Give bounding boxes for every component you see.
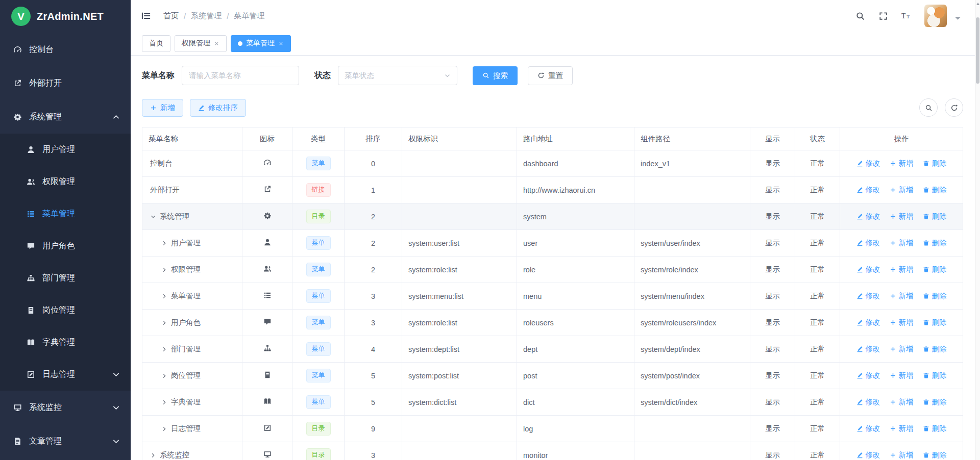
sidebar-subitem[interactable]: 日志管理 <box>0 359 131 391</box>
edit-link[interactable]: 修改 <box>856 344 880 354</box>
search-button[interactable]: 搜索 <box>473 66 518 85</box>
delete-link[interactable]: 删除 <box>923 344 947 354</box>
add-link[interactable]: 新增 <box>890 238 914 248</box>
cell-type: 菜单 <box>292 257 345 283</box>
add-link[interactable]: 新增 <box>890 291 914 301</box>
edit-link[interactable]: 修改 <box>856 185 880 195</box>
sidebar-item[interactable]: 外部打开 <box>0 66 131 100</box>
sidebar-subitem[interactable]: 岗位管理 <box>0 294 131 326</box>
add-link[interactable]: 新增 <box>890 397 914 407</box>
add-link[interactable]: 新增 <box>890 424 914 433</box>
edit-link[interactable]: 修改 <box>856 450 880 460</box>
table-row[interactable]: 控制台菜单0dashboardindex_v1显示正常修改新增删除 <box>142 150 963 177</box>
delete-link[interactable]: 删除 <box>923 212 947 221</box>
breadcrumb-item[interactable]: 首页 <box>163 11 179 21</box>
add-link[interactable]: 新增 <box>890 159 914 168</box>
edit-link[interactable]: 修改 <box>856 212 880 221</box>
close-tab-icon[interactable] <box>214 41 219 46</box>
scrollbar-up-arrow[interactable] <box>976 3 979 5</box>
sidebar-subitem[interactable]: 菜单管理 <box>0 198 131 230</box>
tab-0[interactable]: 首页 <box>142 35 170 52</box>
sidebar-subitem[interactable]: 字典管理 <box>0 326 131 359</box>
sidebar-subitem[interactable]: 部门管理 <box>0 262 131 294</box>
edit-link[interactable]: 修改 <box>856 318 880 327</box>
delete-link[interactable]: 删除 <box>923 397 947 407</box>
delete-link[interactable]: 删除 <box>923 291 947 301</box>
table-row[interactable]: 日志管理目录9log显示正常修改新增删除 <box>142 416 963 442</box>
refresh-table-button[interactable] <box>945 98 963 117</box>
expand-row-icon[interactable] <box>161 373 167 379</box>
table-row[interactable]: 菜单管理菜单3system:menu:listmenusystem/menu/i… <box>142 283 963 310</box>
collapse-row-icon[interactable] <box>150 214 156 220</box>
add-link[interactable]: 新增 <box>890 265 914 274</box>
add-link[interactable]: 新增 <box>890 344 914 354</box>
cell-sort: 4 <box>345 336 402 363</box>
font-size-icon[interactable]: TT <box>901 11 911 21</box>
table-row[interactable]: 字典管理菜单5system:dict:listdictsystem/dict/i… <box>142 389 963 416</box>
caret-down-icon[interactable] <box>953 13 963 23</box>
app-logo[interactable]: V ZrAdmin.NET <box>0 0 131 33</box>
edit-link[interactable]: 修改 <box>856 424 880 433</box>
delete-link[interactable]: 删除 <box>923 450 947 460</box>
sidebar-subitem[interactable]: 权限管理 <box>0 166 131 198</box>
tab-active[interactable]: 菜单管理 <box>231 35 291 52</box>
table-row[interactable]: 用户管理菜单2system:user:listusersystem/user/i… <box>142 230 963 257</box>
sidebar-item[interactable]: 系统管理 <box>0 100 131 134</box>
avatar[interactable] <box>924 5 947 27</box>
delete-link[interactable]: 删除 <box>923 185 947 195</box>
status-select[interactable]: 菜单状态 <box>338 66 457 85</box>
sidebar-item[interactable]: 文章管理 <box>0 424 131 458</box>
cell-name: 部门管理 <box>142 336 242 363</box>
table-row[interactable]: 外部打开链接1http://www.izhaorui.cn显示正常修改新增删除 <box>142 177 963 203</box>
collapse-sidebar-icon[interactable] <box>141 11 151 21</box>
table-row[interactable]: 岗位管理菜单5system:post:listpostsystem/post/i… <box>142 363 963 389</box>
delete-link[interactable]: 删除 <box>923 424 947 433</box>
close-tab-icon[interactable] <box>278 41 284 46</box>
expand-row-icon[interactable] <box>161 426 167 432</box>
delete-link[interactable]: 删除 <box>923 371 947 380</box>
edit-link[interactable]: 修改 <box>856 238 880 248</box>
edit-link[interactable]: 修改 <box>856 397 880 407</box>
add-link[interactable]: 新增 <box>890 185 914 195</box>
scrollbar-thumb[interactable] <box>976 17 979 84</box>
breadcrumb-item[interactable]: 系统管理 <box>191 11 222 21</box>
expand-row-icon[interactable] <box>161 346 167 352</box>
add-button[interactable]: 新增 <box>142 99 183 117</box>
delete-link[interactable]: 删除 <box>923 318 947 327</box>
search-icon[interactable] <box>855 11 865 21</box>
table-row[interactable]: 系统管理目录2system显示正常修改新增删除 <box>142 203 963 230</box>
tab-1[interactable]: 权限管理 <box>175 35 227 52</box>
expand-row-icon[interactable] <box>161 399 167 405</box>
expand-row-icon[interactable] <box>161 320 167 326</box>
edit-link[interactable]: 修改 <box>856 371 880 380</box>
toggle-search-button[interactable] <box>919 98 938 117</box>
add-link[interactable]: 新增 <box>890 450 914 460</box>
sidebar-item-label: 部门管理 <box>42 273 75 284</box>
delete-link[interactable]: 删除 <box>923 159 947 168</box>
edit-link[interactable]: 修改 <box>856 291 880 301</box>
add-link[interactable]: 新增 <box>890 212 914 221</box>
table-row[interactable]: 部门管理菜单4system:dept:listdeptsystem/dept/i… <box>142 336 963 363</box>
table-row[interactable]: 权限管理菜单2system:role:listrolesystem/role/i… <box>142 257 963 283</box>
delete-link[interactable]: 删除 <box>923 238 947 248</box>
vertical-scrollbar[interactable] <box>975 0 980 460</box>
sidebar-subitem[interactable]: 用户管理 <box>0 134 131 166</box>
sidebar-subitem[interactable]: 用户角色 <box>0 230 131 262</box>
edit-link[interactable]: 修改 <box>856 159 880 168</box>
edit-link[interactable]: 修改 <box>856 265 880 274</box>
add-link[interactable]: 新增 <box>890 371 914 380</box>
sidebar-item[interactable]: 控制台 <box>0 33 131 66</box>
table-row[interactable]: 用户角色菜单3system:role:listroleuserssystem/r… <box>142 310 963 336</box>
reset-button[interactable]: 重置 <box>528 66 573 85</box>
fullscreen-icon[interactable] <box>878 11 888 21</box>
expand-row-icon[interactable] <box>161 267 167 273</box>
menu-name-input[interactable] <box>182 66 299 85</box>
expand-row-icon[interactable] <box>150 452 156 458</box>
sort-button[interactable]: 修改排序 <box>190 99 246 117</box>
table-row[interactable]: 系统监控目录3monitor显示正常修改新增删除 <box>142 442 963 460</box>
expand-row-icon[interactable] <box>161 240 167 246</box>
delete-link[interactable]: 删除 <box>923 265 947 274</box>
add-link[interactable]: 新增 <box>890 318 914 327</box>
expand-row-icon[interactable] <box>161 293 167 299</box>
sidebar-item[interactable]: 系统监控 <box>0 391 131 424</box>
